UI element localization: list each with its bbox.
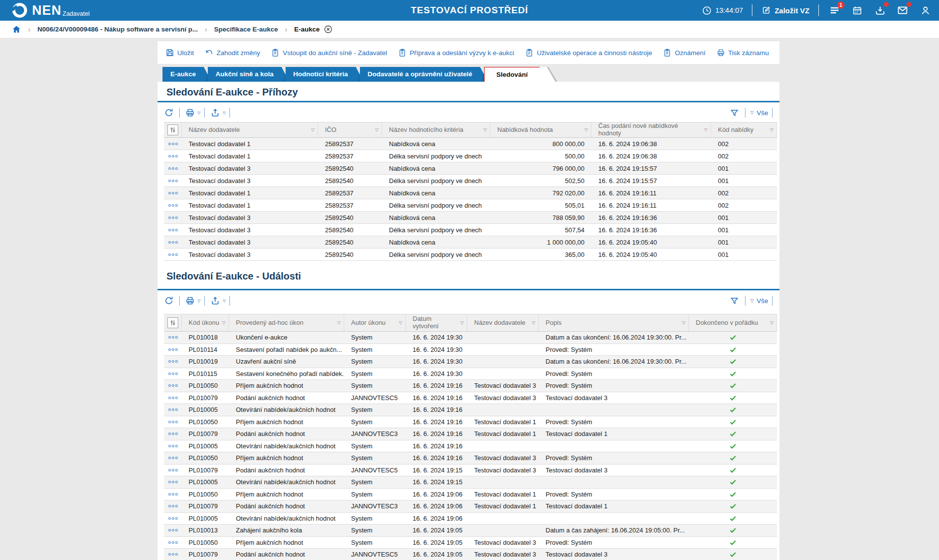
table-row[interactable]: PL010013Zahájení aukčního kolaSystem16. … (164, 525, 777, 537)
row-menu-icon[interactable] (168, 180, 178, 182)
print-grid-button[interactable] (184, 294, 196, 307)
table-row[interactable]: Testovací dodavatel 125892537Nabídková c… (164, 187, 777, 199)
table-row[interactable]: Testovací dodavatel 325892540Nabídková c… (164, 162, 777, 175)
column-filter-icon[interactable]: ▽ (399, 320, 402, 325)
messages-button[interactable] (896, 3, 909, 17)
table-row[interactable]: PL010005Otevírání nabídek/aukčních hodno… (164, 404, 777, 416)
column-filter-icon[interactable]: ▽ (770, 127, 774, 132)
row-menu-icon[interactable] (168, 217, 178, 219)
tab-e-aukce[interactable]: E-aukce (162, 67, 205, 82)
action-tisk-z-znamu[interactable]: Tisk záznamu (716, 48, 769, 57)
export-button[interactable] (209, 294, 222, 307)
filter-button[interactable] (728, 106, 741, 119)
column-filter-icon[interactable]: ▽ (682, 320, 685, 325)
row-menu-icon[interactable] (168, 384, 178, 387)
table-row[interactable]: PL010079Podání aukčních hodnotJANNOVTESC… (164, 392, 777, 404)
column-filter-icon[interactable]: ▽ (584, 127, 588, 132)
table-row[interactable]: PL010050Příjem aukčních hodnotSystem16. … (164, 489, 777, 501)
row-menu-icon[interactable] (168, 143, 178, 145)
row-menu-icon[interactable] (168, 493, 178, 496)
table-row[interactable]: PL010079Podání aukčních hodnotJANNOVTESC… (164, 500, 777, 513)
action-ulo-it[interactable]: Uložit (165, 48, 194, 57)
row-menu-icon[interactable] (168, 529, 178, 531)
row-menu-icon[interactable] (168, 481, 178, 483)
action-u-ivatelsk-operace-a-innosti-n-stroje[interactable]: Uživatelské operace a činnosti nástroje (525, 48, 652, 57)
action-zahodit-zm-ny[interactable]: Zahodit změny (205, 48, 260, 57)
table-row[interactable]: Testovací dodavatel 325892540Délka servi… (164, 224, 777, 236)
tab-sledov-n-[interactable]: Sledování (484, 67, 540, 82)
table-row[interactable]: PL010114Sestavení pořadí nabídek po aukč… (164, 344, 777, 356)
column-filter-icon[interactable]: ▽ (484, 127, 487, 132)
row-menu-icon[interactable] (168, 397, 178, 399)
row-menu-icon[interactable] (168, 229, 178, 231)
column-chooser-button[interactable] (167, 124, 178, 135)
column-filter-icon[interactable]: ▽ (704, 127, 708, 132)
print-options-caret[interactable]: ▽ (197, 299, 200, 303)
table-row[interactable]: PL010050Příjem aukčních hodnotSystem16. … (164, 452, 777, 465)
table-row[interactable]: Testovací dodavatel 125892537Délka servi… (164, 150, 777, 162)
column-filter-icon[interactable]: ▽ (770, 320, 774, 325)
row-menu-icon[interactable] (168, 204, 178, 207)
table-row[interactable]: Testovací dodavatel 125892537Nabídková c… (164, 138, 777, 150)
row-menu-icon[interactable] (168, 373, 178, 375)
row-menu-icon[interactable] (168, 167, 178, 170)
nen-logo[interactable]: NEN Zadavatel (11, 1, 90, 20)
export-button[interactable] (209, 106, 222, 119)
column-filter-icon[interactable]: ▽ (532, 320, 535, 325)
table-row[interactable]: PL010050Příjem aukčních hodnotSystem16. … (164, 537, 777, 549)
column-filter-icon[interactable]: ▽ (337, 320, 341, 325)
breadcrumb-current[interactable]: E-aukce (294, 26, 320, 33)
row-menu-icon[interactable] (168, 445, 178, 447)
row-menu-icon[interactable] (168, 253, 178, 256)
tab-auk-n-s-n-a-kola[interactable]: Aukční síně a kola (208, 67, 283, 82)
menu-button[interactable]: 1 (828, 3, 842, 17)
inbox-button[interactable] (873, 3, 887, 17)
create-vz-button[interactable]: Založit VZ (761, 5, 809, 15)
table-row[interactable]: PL010005Otevírání nabídek/aukčních hodno… (164, 476, 777, 489)
table-row[interactable]: PL010079Podání aukčních hodnotJANNOVTESC… (164, 428, 777, 440)
export-options-caret[interactable]: ▽ (223, 299, 226, 303)
table-row[interactable]: PL010050Příjem aukčních hodnotSystem16. … (164, 416, 777, 429)
row-menu-icon[interactable] (168, 553, 178, 556)
row-menu-icon[interactable] (168, 192, 178, 194)
row-menu-icon[interactable] (168, 408, 178, 411)
table-row[interactable]: PL010005Otevírání nabídek/aukčních hodno… (164, 440, 777, 453)
table-row[interactable]: Testovací dodavatel 325892540Délka servi… (164, 249, 777, 261)
column-filter-icon[interactable]: ▽ (460, 320, 464, 325)
row-menu-icon[interactable] (168, 360, 178, 363)
table-row[interactable]: PL010115Sestavení konečného pořadí nabíd… (164, 368, 777, 380)
table-row[interactable]: Testovací dodavatel 125892537Délka servi… (164, 199, 777, 212)
row-menu-icon[interactable] (168, 505, 178, 507)
table-row[interactable]: PL010018Ukončení e-aukceSystem16. 6. 202… (164, 332, 777, 344)
refresh-button[interactable] (162, 106, 175, 119)
table-row[interactable]: Testovací dodavatel 325892540Nabídková c… (164, 212, 777, 224)
table-row[interactable]: PL010019Uzavření aukční síněSystem16. 6.… (164, 356, 777, 368)
row-menu-icon[interactable] (168, 421, 178, 423)
action-vstoupit-do-auk-n-s-n-zadavatel[interactable]: Vstoupit do aukční síně - Zadavatel (271, 48, 387, 57)
export-options-caret[interactable]: ▽ (223, 111, 226, 115)
table-row[interactable]: PL010079Podání aukčních hodnotJANNOVTESC… (164, 549, 777, 560)
row-menu-icon[interactable] (168, 469, 178, 471)
row-menu-icon[interactable] (168, 155, 178, 157)
filter-scope-dropdown[interactable]: ▽ Vše (749, 297, 768, 305)
row-menu-icon[interactable] (168, 433, 178, 435)
calendar-button[interactable] (850, 3, 864, 17)
column-chooser-button[interactable] (167, 317, 178, 328)
breadcrumb-link[interactable]: N006/24/V00009486 - Nákup software a ser… (37, 26, 198, 33)
filter-button[interactable] (728, 294, 741, 307)
row-menu-icon[interactable] (168, 541, 178, 544)
table-row[interactable]: Testovací dodavatel 325892540Nabídková c… (164, 236, 777, 249)
action-ozn-men-[interactable]: Oznámení (663, 48, 705, 57)
tab-dodavatel-a-opr-vn-n-u-ivatel-[interactable]: Dodavatelé a oprávnění uživatelé (360, 67, 481, 82)
column-filter-icon[interactable]: ▽ (375, 127, 379, 132)
table-row[interactable]: PL010050Příjem aukčních hodnotSystem16. … (164, 380, 777, 392)
breadcrumb-link[interactable]: Specifikace E-aukce (214, 26, 278, 33)
refresh-button[interactable] (162, 294, 175, 307)
close-record-button[interactable] (324, 25, 333, 34)
action-p-prava-a-odesl-n-v-zvy-k-e-aukci[interactable]: Příprava a odeslání výzvy k e-aukci (398, 48, 514, 57)
column-filter-icon[interactable]: ▽ (222, 320, 226, 325)
table-row[interactable]: PL010005Otevírání nabídek/aukčních hodno… (164, 513, 777, 525)
filter-scope-dropdown[interactable]: ▽ Vše (749, 109, 768, 117)
table-row[interactable]: PL010079Podání aukčních hodnotJANNOVTESC… (164, 465, 777, 477)
row-menu-icon[interactable] (168, 517, 178, 520)
